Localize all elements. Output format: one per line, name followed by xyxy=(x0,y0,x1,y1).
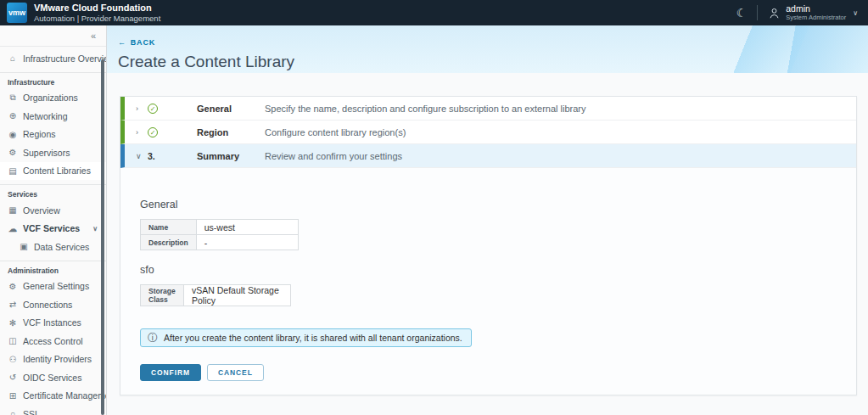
sidebar-item-supervisors[interactable]: ⚙ Supervisors xyxy=(0,143,106,162)
oidc-services-icon: ↺ xyxy=(8,373,18,382)
step-description: Configure content library region(s) xyxy=(265,127,406,137)
dark-mode-toggle-icon[interactable]: ☾ xyxy=(736,6,748,20)
user-menu[interactable]: admin System Administrator ∨ xyxy=(768,4,858,21)
chevron-right-icon: › xyxy=(136,128,148,137)
sidebar-item-overview[interactable]: ▦ Overview xyxy=(0,201,106,220)
user-role: System Administrator xyxy=(786,14,846,21)
app-subtitle: Automation | Provider Management xyxy=(34,14,160,23)
main-area: ← BACK Create a Content Library › ✓ Gene… xyxy=(107,25,868,415)
sidebar-item-label: Supervisors xyxy=(23,148,70,158)
sidebar-item-access-control[interactable]: ◫ Access Control xyxy=(0,332,106,351)
sidebar-item-label: VCF Services xyxy=(23,223,80,233)
sidebar-item-label: Access Control xyxy=(23,336,83,346)
chevron-down-icon: ∨ xyxy=(853,9,858,17)
sidebar-item-data-services[interactable]: ▣ Data Services xyxy=(0,238,106,256)
sidebar-item-certificate-management[interactable]: ⊞ Certificate Management xyxy=(0,387,106,406)
info-banner: ⓘ After you create the content library, … xyxy=(140,328,472,347)
table-row: Description - xyxy=(141,235,299,250)
sidebar-item-general-settings[interactable]: ⚙ General Settings xyxy=(0,278,106,296)
step-title: Summary xyxy=(197,151,265,161)
top-header-bar: vmw VMware Cloud Foundation Automation |… xyxy=(0,0,868,25)
step-complete-check-icon: ✓ xyxy=(148,104,158,114)
general-summary-table: Name us-west Description - xyxy=(140,219,299,250)
sidebar-section-services: Services xyxy=(0,184,106,201)
sidebar-section-infrastructure: Infrastructure xyxy=(0,72,106,89)
sidebar-scrollbar[interactable] xyxy=(101,59,104,415)
sidebar-item-connections[interactable]: ⇄ Connections xyxy=(0,295,106,314)
summary-panel: General Name us-west Description - s xyxy=(120,168,856,395)
content-libraries-icon: ▤ xyxy=(8,166,18,176)
user-name: admin xyxy=(786,4,846,14)
sidebar-item-ssl[interactable]: ○ SSL xyxy=(0,405,106,415)
sidebar-item-label: Networking xyxy=(23,111,68,121)
sidebar-item-vcf-services[interactable]: ☁ VCF Services ∨ xyxy=(0,220,106,238)
back-link[interactable]: ← BACK xyxy=(118,38,155,47)
sidebar-item-label: Certificate Management xyxy=(23,390,107,401)
access-control-icon: ◫ xyxy=(8,336,18,345)
sidebar-item-label: VCF Instances xyxy=(23,317,81,328)
confirm-button[interactable]: CONFIRM xyxy=(140,364,201,381)
wizard-step-summary[interactable]: ∨ 3. Summary Review and confirm your set… xyxy=(120,144,856,168)
sidebar-item-label: Organizations xyxy=(23,93,78,103)
sidebar-item-label: Infrastructure Overview xyxy=(23,53,107,64)
page-title: Create a Content Library xyxy=(118,53,868,71)
sidebar-collapse-button[interactable]: « xyxy=(0,25,106,47)
regions-icon: ◉ xyxy=(8,130,18,139)
table-row: Storage Class vSAN Default Storage Polic… xyxy=(141,285,291,306)
sidebar-item-networking[interactable]: ⊕ Networking xyxy=(0,107,106,126)
step-number: 3. xyxy=(148,151,155,161)
info-icon: ⓘ xyxy=(148,333,158,343)
networking-icon: ⊕ xyxy=(8,111,18,121)
sidebar-nav: « ⌂ Infrastructure Overview Infrastructu… xyxy=(0,25,107,415)
vcf-services-icon: ☁ xyxy=(8,224,18,233)
storage-class-label: Storage Class xyxy=(141,285,184,306)
name-value: us-west xyxy=(196,220,298,235)
sidebar-item-label: General Settings xyxy=(23,281,89,291)
chevron-down-icon: ∨ xyxy=(92,225,98,233)
sidebar-item-vcf-instances[interactable]: ✻ VCF Instances xyxy=(0,314,106,333)
description-value: - xyxy=(196,235,298,250)
data-services-icon: ▣ xyxy=(19,242,29,251)
back-arrow-icon: ← xyxy=(118,38,126,47)
chevron-right-icon: › xyxy=(136,104,148,113)
sidebar-item-label: Connections xyxy=(23,300,72,310)
app-window: vmw VMware Cloud Foundation Automation |… xyxy=(0,0,868,415)
overview-icon: ▦ xyxy=(8,205,18,215)
step-title: General xyxy=(197,104,265,114)
connections-icon: ⇄ xyxy=(8,300,18,309)
app-title: VMware Cloud Foundation xyxy=(34,3,160,14)
sidebar-item-organizations[interactable]: ⧉ Organizations xyxy=(0,89,106,108)
sidebar-item-identity-providers[interactable]: ⚇ Identity Providers xyxy=(0,351,106,369)
wizard-step-region[interactable]: › ✓ Region Configure content library reg… xyxy=(120,121,856,144)
table-row: Name us-west xyxy=(141,220,299,235)
step-description: Review and confirm your settings xyxy=(265,151,402,161)
sidebar-item-oidc-services[interactable]: ↺ OIDC Services xyxy=(0,368,106,387)
name-label: Name xyxy=(141,220,197,235)
user-icon xyxy=(768,7,781,20)
vcf-instances-icon: ✻ xyxy=(8,318,18,328)
vmware-logo: vmw xyxy=(7,3,27,23)
sidebar-item-infrastructure-overview[interactable]: ⌂ Infrastructure Overview xyxy=(0,49,106,68)
header-divider xyxy=(757,5,758,20)
organizations-icon: ⧉ xyxy=(8,93,18,103)
sidebar-item-label: Data Services xyxy=(34,242,89,252)
sidebar-item-label: Overview xyxy=(23,205,60,216)
summary-region-heading: sfo xyxy=(140,264,837,276)
description-label: Description xyxy=(141,235,197,250)
home-icon: ⌂ xyxy=(8,53,18,63)
gear-icon: ⚙ xyxy=(8,282,18,291)
brand-block: VMware Cloud Foundation Automation | Pro… xyxy=(34,3,160,23)
wizard-step-general[interactable]: › ✓ General Specify the name, descriptio… xyxy=(120,97,856,121)
sidebar-item-label: Identity Providers xyxy=(23,354,92,364)
collapse-icon: « xyxy=(91,31,96,41)
sidebar-item-regions[interactable]: ◉ Regions xyxy=(0,126,106,144)
summary-general-heading: General xyxy=(140,199,837,210)
sidebar-item-label: OIDC Services xyxy=(23,373,81,383)
identity-providers-icon: ⚇ xyxy=(8,355,18,364)
storage-summary-table: Storage Class vSAN Default Storage Polic… xyxy=(140,284,291,306)
sidebar-item-content-libraries[interactable]: ▤ Content Libraries xyxy=(0,162,106,181)
wizard-card: › ✓ General Specify the name, descriptio… xyxy=(120,96,857,395)
chevron-down-icon: ∨ xyxy=(136,152,148,160)
cancel-button[interactable]: CANCEL xyxy=(207,364,264,381)
storage-class-value: vSAN Default Storage Policy xyxy=(184,285,291,306)
